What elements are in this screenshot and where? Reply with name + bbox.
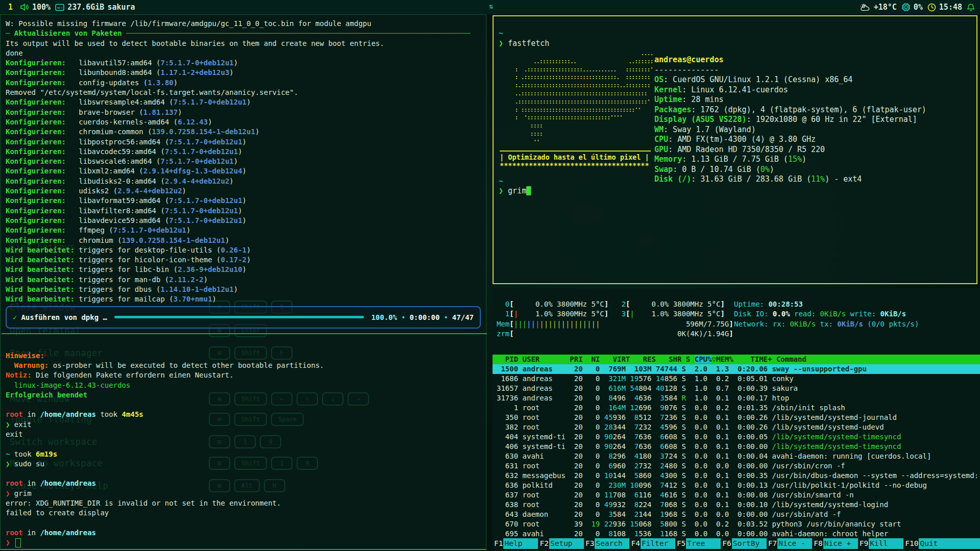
process-row[interactable]: 670 root 39 19 22936 15068 5800 S 0.0 0.… bbox=[493, 519, 980, 529]
fkey-action-button[interactable]: Setup bbox=[549, 538, 584, 549]
process-row[interactable]: 31736 andreas 20 0 8496 4636 3584 R 1.0 … bbox=[493, 393, 980, 403]
process-row[interactable]: 404 systemd-ti 20 0 90264 7636 6608 S 0.… bbox=[493, 432, 980, 442]
terminal-line: exit bbox=[6, 430, 482, 439]
process-row[interactable]: 1500 andreas 20 0 769M 103M 74744 S 2.0 … bbox=[493, 364, 980, 374]
fkey-action-button[interactable]: Quit bbox=[919, 538, 980, 549]
banner-stars: ************************************ bbox=[500, 161, 653, 169]
terminal-line: done bbox=[6, 48, 482, 58]
workspace-indicator[interactable]: 1 bbox=[5, 3, 16, 12]
fkey-label: F8 bbox=[812, 538, 823, 549]
process-row[interactable]: 632 messagebus 20 0 10144 5860 4300 S 0.… bbox=[493, 471, 980, 481]
process-row[interactable]: 630 avahi 20 0 8296 4180 3724 S 0.0 0.1 … bbox=[493, 452, 980, 461]
fkey-label: F9 bbox=[858, 538, 869, 549]
fkey-action-button[interactable]: Search bbox=[595, 538, 629, 549]
fkey-label: F1 bbox=[493, 538, 503, 549]
fkey-label: F4 bbox=[629, 538, 640, 549]
terminal-line: Konfigurieren: brave-browser (1.81.137) bbox=[6, 108, 482, 117]
fastfetch-banner: | Optimizado hasta el último pixel | ***… bbox=[500, 151, 653, 169]
terminal-line bbox=[6, 469, 482, 479]
terminal-line: ❯ grim█ bbox=[499, 186, 971, 196]
left-terminal-window[interactable]: Find hotkeys »Close window⊞ShiftQOpen te… bbox=[0, 14, 486, 550]
terminal-line: Notiz: Die folgenden Pakete erfordern ei… bbox=[6, 370, 482, 380]
terminal-line: Konfigurieren: libpostproc56:amd64 (7:5.… bbox=[6, 137, 482, 147]
fkey-action-button[interactable]: Help bbox=[503, 538, 538, 549]
fkey-action-button[interactable]: Filter bbox=[641, 538, 675, 549]
fkey-action-button[interactable]: Nice + bbox=[823, 538, 858, 549]
terminal-line: root in /home/andreas bbox=[6, 528, 482, 538]
process-row[interactable]: 406 systemd-ti 20 0 90264 7636 6608 S 0.… bbox=[493, 442, 980, 452]
terminal-line: Konfigurieren: libswresample4:amd64 (7:5… bbox=[6, 97, 482, 107]
terminal-line: Its output will be used to detect bootab… bbox=[6, 39, 482, 48]
weather-indicator[interactable]: +18°C bbox=[860, 3, 897, 12]
terminal-line: Disk (/): 31.63 GiB / 283.68 GiB (11%) -… bbox=[654, 174, 926, 185]
process-table-header[interactable]: PID USER PRI NI VIRT RES SHR S CPU%▽MEM%… bbox=[493, 355, 980, 364]
status-bar: 1 100% 237.6GiB sakura ⇅ +18°C 0% bbox=[0, 0, 980, 14]
progress-time: 0:00:00 bbox=[409, 313, 439, 321]
process-row[interactable]: 350 root 20 0 45936 8512 7236 S 0.0 0.1 … bbox=[493, 413, 980, 422]
clock-indicator[interactable]: 15:48 bbox=[927, 3, 962, 12]
check-icon: ✓ bbox=[13, 313, 17, 321]
temperature-value: +18°C bbox=[874, 3, 897, 12]
terminal-line: root in /home/andreas took 4m45s bbox=[6, 410, 482, 419]
process-row[interactable]: 643 daemon 20 0 3584 2144 1968 S 0.0 0.0… bbox=[493, 510, 980, 519]
terminal-line: Konfigurieren: ffmpeg (7:5.1.7-0+deb12u1… bbox=[6, 226, 482, 235]
terminal-line: failed to create display bbox=[6, 508, 482, 518]
terminal-line: ─ Aktualisieren von Paketen ────────────… bbox=[6, 29, 482, 38]
terminal-line: ❯ sudo su bbox=[6, 459, 482, 469]
cpu-indicator[interactable]: 0% bbox=[901, 3, 923, 12]
terminal-line: Hinweise: bbox=[6, 351, 482, 361]
apt-section-divider bbox=[2, 333, 487, 334]
process-row[interactable]: 637 root 20 0 11708 6116 4616 S 0.0 0.1 … bbox=[493, 490, 980, 500]
fkey-action-button[interactable]: Tree bbox=[686, 538, 721, 549]
fkey-label: F6 bbox=[721, 538, 731, 549]
terminal-line: Konfigurieren: libavcodec59:amd64 (7:5.1… bbox=[6, 147, 482, 157]
process-row[interactable]: 695 avahi 20 0 8108 1536 1168 S 0.0 0.0 … bbox=[493, 529, 980, 539]
clock-icon bbox=[927, 3, 936, 12]
terminal-line: zrm[ 0K(4K)/1.94G] bbox=[497, 329, 733, 339]
tray-arrows-icon[interactable]: ⇅ bbox=[489, 2, 493, 10]
disk-free-value: 237.6GiB bbox=[67, 3, 104, 12]
fkey-action-button[interactable]: Kill bbox=[869, 538, 903, 549]
fkey-label: F5 bbox=[675, 538, 686, 549]
process-row[interactable]: 1 root 20 0 164M 12696 9076 S 0.0 0.2 0:… bbox=[493, 403, 980, 413]
notification-bell-icon[interactable] bbox=[967, 3, 975, 12]
fkey-action-button[interactable]: SortBy bbox=[732, 538, 767, 549]
disk-indicator[interactable]: 237.6GiB sakura bbox=[55, 3, 135, 12]
process-row[interactable]: 636 polkitd 20 0 230M 10096 7412 S 0.0 0… bbox=[493, 481, 980, 490]
fkey-label: F2 bbox=[538, 538, 549, 549]
terminal-line: W: Possible missing firmware /lib/firmwa… bbox=[6, 19, 482, 29]
fkey-action-button[interactable]: Nice - bbox=[777, 538, 812, 549]
progress-sep: • bbox=[401, 313, 405, 321]
terminal-line: ❯ grim bbox=[6, 489, 482, 498]
fastfetch-terminal-window[interactable]: ~❯ fastfetch .... ..::::::::::.. ..:::::… bbox=[493, 15, 977, 284]
terminal-line: WM: Sway 1.7 (Wayland) bbox=[654, 125, 926, 135]
terminal-line: 0[ 0.0% 3800MHz 5°C] 2[ 0.0% 3800MHz 5°C… bbox=[497, 299, 733, 309]
terminal-line: Wird bearbeitet: triggers for man-db (2.… bbox=[6, 275, 482, 285]
terminal-line: Wird bearbeitet: triggers for hicolor-ic… bbox=[6, 255, 482, 265]
terminal-line: Konfigurieren: chromium-common (139.0.72… bbox=[6, 127, 482, 137]
process-table: PID USER PRI NI VIRT RES SHR S CPU%▽MEM%… bbox=[493, 355, 980, 539]
terminal-line: CPU: AMD FX(tm)-4300 (4) @ 3.80 GHz bbox=[654, 135, 926, 145]
volume-indicator[interactable]: 100% bbox=[20, 3, 51, 12]
process-row[interactable]: 382 root 20 0 28344 7232 4596 S 0.0 0.1 … bbox=[493, 422, 980, 432]
terminal-line: Konfigurieren: libavfilter8:amd64 (7:5.1… bbox=[6, 206, 482, 216]
fkey-label: F3 bbox=[584, 538, 595, 549]
process-row[interactable]: 638 root 20 0 49932 8224 7068 S 0.0 0.1 … bbox=[493, 500, 980, 510]
terminal-line: Uptime: 28 mins bbox=[654, 95, 926, 105]
terminal-line bbox=[6, 518, 482, 528]
cpu-chip-icon bbox=[901, 3, 911, 12]
progress-percent: 100.0% bbox=[371, 313, 397, 321]
process-row[interactable]: 1686 andreas 20 0 321M 19576 14856 S 1.0… bbox=[493, 374, 980, 384]
terminal-line: ~ took 6m19s bbox=[6, 449, 482, 459]
terminal-line: ❯ exit bbox=[6, 420, 482, 430]
terminal-line: Wird bearbeitet: triggers for libc-bin (… bbox=[6, 265, 482, 274]
process-row[interactable]: 31657 andreas 20 0 616M 54804 40128 S 1.… bbox=[493, 384, 980, 393]
fastfetch-prompt: ~❯ fastfetch bbox=[499, 29, 971, 48]
terminal-line: Swap: 0 B / 10.74 GiB (0%) bbox=[654, 165, 926, 175]
terminal-line: Kernel: Linux 6.12.41-cuerdos bbox=[654, 85, 926, 95]
terminal-line: -------------- bbox=[654, 65, 926, 76]
htop-terminal-window[interactable]: 0[ 0.0% 3800MHz 5°C] 2[ 0.0% 3800MHz 5°C… bbox=[493, 288, 980, 551]
terminal-line: Konfigurieren: chromium (139.0.7258.154-… bbox=[6, 236, 482, 245]
terminal-line: Removed "/etc/systemd/system/local-fs.ta… bbox=[6, 88, 482, 97]
process-row[interactable]: 631 root 20 0 6960 2732 2480 S 0.0 0.0 0… bbox=[493, 461, 980, 471]
